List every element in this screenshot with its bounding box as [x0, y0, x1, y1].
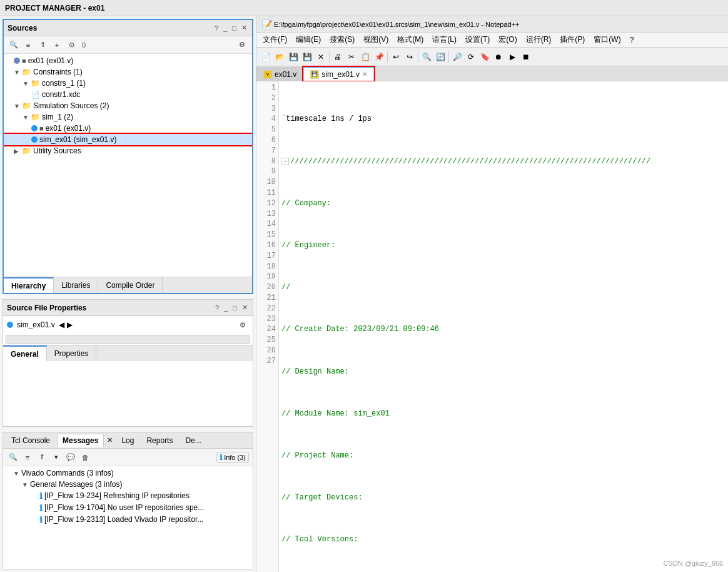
console-chat-btn[interactable]: 💬 — [64, 451, 77, 464]
console-item-vivado[interactable]: ▼ Vivado Commands (3 infos) — [3, 467, 253, 479]
console-search-btn[interactable]: 🔍 — [7, 451, 19, 464]
np-undo-btn[interactable]: ↩ — [389, 50, 403, 64]
tab-hierarchy[interactable]: Hierarchy — [4, 277, 54, 293]
np-redo-btn[interactable]: ↪ — [403, 50, 417, 64]
sfp-help-btn[interactable]: ? — [214, 304, 220, 312]
np-tab-ex01v[interactable]: v ex01.v — [256, 67, 303, 81]
sources-restore-btn[interactable]: □ — [231, 24, 238, 32]
menu-search[interactable]: 搜索(S) — [326, 33, 358, 46]
tab-messages-label: Messages — [63, 436, 98, 445]
sfp-panel: Source File Properties ? _ □ ✕ sim_ex01.… — [3, 299, 253, 427]
np-macro-play-btn[interactable]: ▶ — [505, 50, 519, 64]
menu-format[interactable]: 格式(M) — [393, 33, 427, 46]
tree-item-utility[interactable]: ▶ 📁 Utility Sources — [4, 145, 252, 156]
console-msg-1[interactable]: ℹ [IP_Flow 19-234] Refreshing IP reposit… — [3, 490, 253, 502]
np-find-btn[interactable]: 🔍 — [420, 50, 433, 64]
simsources-folder-icon: 📁 — [22, 101, 31, 110]
sources-close-btn[interactable]: ✕ — [240, 24, 248, 32]
np-new-btn[interactable]: 📄 — [259, 50, 273, 64]
console-msg-2[interactable]: ℹ [IP_Flow 19-1704] No user IP repositor… — [3, 502, 253, 514]
np-close-btn[interactable]: ✕ — [314, 50, 328, 64]
console-sort-btn[interactable]: ≡ — [21, 451, 34, 464]
tree-item-ex01-sim[interactable]: ■ ex01 (ex01.v) — [4, 123, 252, 134]
console-delete-btn[interactable]: 🗑 — [79, 451, 91, 464]
np-macro-rec-btn[interactable]: ⏺ — [492, 50, 505, 64]
np-cut-btn[interactable]: ✂ — [345, 50, 358, 64]
np-print-btn[interactable]: 🖨 — [331, 50, 345, 64]
console-item-general[interactable]: ▼ General Messages (3 infos) — [3, 479, 253, 490]
info-badge[interactable]: ℹ Info (3) — [216, 452, 249, 463]
sfp-body: sim_ex01.v ◀ ▶ ⚙ — [3, 316, 253, 334]
menu-file[interactable]: 文件(F) — [259, 33, 291, 46]
tab-tcl-console[interactable]: Tcl Console — [6, 434, 56, 447]
menu-language[interactable]: 语言(L) — [428, 33, 460, 46]
tab-reports[interactable]: Reports — [141, 434, 178, 447]
menu-help[interactable]: ? — [626, 34, 638, 46]
sfp-tab-properties[interactable]: Properties — [47, 345, 97, 361]
np-open-btn[interactable]: 📂 — [273, 50, 286, 64]
tab-compile-order[interactable]: Compile Order — [98, 277, 163, 293]
np-zoom-in-btn[interactable]: 🔎 — [450, 50, 464, 64]
settings-button[interactable]: ⚙ — [236, 39, 248, 51]
menu-macro[interactable]: 宏(O) — [495, 33, 520, 46]
info-dot-1: ℹ — [39, 491, 43, 501]
code-editor[interactable]: 1 2 3 4 5 6 7 8 9 10 11 12 13 14 15 16 1… — [256, 81, 728, 572]
np-title-bar: 📝 E:\fpga\myfpga\project\ex01\ex01\ex01.… — [256, 16, 728, 33]
fold-btn-2[interactable]: - — [281, 158, 289, 165]
expand-button[interactable]: ⇑ — [36, 39, 49, 51]
sfp-minimize-btn[interactable]: _ — [223, 304, 229, 312]
add-button[interactable]: + — [51, 39, 63, 51]
sources-help-btn[interactable]: ? — [213, 24, 220, 32]
tree-item-simsources[interactable]: ▼ 📁 Simulation Sources (2) — [4, 100, 252, 111]
console-msg-3[interactable]: ℹ [IP_Flow 19-2313] Loaded Vivado IP rep… — [3, 514, 253, 526]
menu-plugins[interactable]: 插件(P) — [556, 33, 589, 46]
sfp-close-btn[interactable]: ✕ — [241, 304, 249, 312]
sources-panel-header: Sources ? _ □ ✕ — [4, 20, 252, 36]
sources-title: Sources — [8, 24, 37, 33]
sfp-tab-general[interactable]: General — [3, 345, 47, 361]
np-save-btn[interactable]: 💾 — [286, 50, 300, 64]
np-menu-bar: 文件(F) 编辑(E) 搜索(S) 视图(V) 格式(M) 语言(L) 设置(T… — [256, 33, 728, 48]
np-tab-simex01v[interactable]: 💾 sim_ex01.v ✕ — [303, 67, 374, 81]
menu-edit[interactable]: 编辑(E) — [292, 33, 325, 46]
tab-messages[interactable]: Messages — [57, 434, 104, 447]
tab-log[interactable]: Log — [116, 434, 139, 447]
code-content[interactable]: `timescale 1ns / 1ps -//////////////////… — [279, 81, 728, 572]
menu-window[interactable]: 窗口(W) — [590, 33, 624, 46]
np-copy-btn[interactable]: 📋 — [358, 50, 372, 64]
console-expand-btn[interactable]: ⇑ — [36, 451, 48, 464]
np-save-all-btn[interactable]: 💾 — [300, 50, 314, 64]
sfp-back-btn[interactable]: ◀ — [59, 320, 64, 329]
np-replace-btn[interactable]: 🔄 — [433, 50, 447, 64]
tree-label-ex01-sim: ex01 (ex01.v) — [46, 124, 91, 133]
sfp-gear-btn[interactable]: ⚙ — [236, 319, 249, 331]
search-button[interactable]: 🔍 — [8, 39, 20, 51]
messages-close-btn[interactable]: ✕ — [105, 436, 114, 444]
tree-item-constrs1[interactable]: ▼ 📁 constrs_1 (1) — [4, 78, 252, 89]
tree-item-constr1xdc[interactable]: 📄 constr1.xdc — [4, 89, 252, 100]
tree-item-constraints[interactable]: ▼ 📁 Constraints (1) — [4, 66, 252, 78]
tab-libraries[interactable]: Libraries — [54, 277, 98, 293]
np-tab-simex01v-close[interactable]: ✕ — [362, 71, 367, 78]
tree-item-sim1[interactable]: ▼ 📁 sim_1 (2) — [4, 111, 252, 123]
sfp-restore-btn[interactable]: □ — [231, 304, 238, 312]
console-toolbar: 🔍 ≡ ⇑ ▾ 💬 🗑 ℹ Info (3) — [3, 449, 253, 466]
tab-de[interactable]: De... — [179, 434, 206, 447]
np-paste-btn[interactable]: 📌 — [372, 50, 386, 64]
console-filter-btn[interactable]: ▾ — [50, 451, 63, 464]
menu-settings[interactable]: 设置(T) — [462, 33, 493, 46]
menu-view[interactable]: 视图(V) — [360, 33, 392, 46]
tree-item-sim-ex01[interactable]: sim_ex01 (sim_ex01.v) — [4, 134, 252, 145]
sfp-scrollbar[interactable] — [6, 335, 250, 344]
menu-run[interactable]: 运行(R) — [522, 33, 555, 46]
tree-item-ex01[interactable]: ■ ex01 (ex01.v) — [4, 55, 252, 66]
sort-button[interactable]: ≡ — [22, 39, 34, 51]
np-bookmark-btn[interactable]: 🔖 — [478, 50, 492, 64]
np-macro-stop-btn[interactable]: ⏹ — [519, 50, 533, 64]
np-sync-btn[interactable]: ⟳ — [464, 50, 478, 64]
sfp-header: Source File Properties ? _ □ ✕ — [3, 300, 253, 316]
sfp-forward-btn[interactable]: ▶ — [67, 320, 73, 329]
circle-button[interactable]: ⊙ — [65, 39, 78, 51]
sources-minimize-btn[interactable]: _ — [222, 24, 228, 32]
np-tab-bar: v ex01.v 💾 sim_ex01.v ✕ — [256, 66, 728, 81]
